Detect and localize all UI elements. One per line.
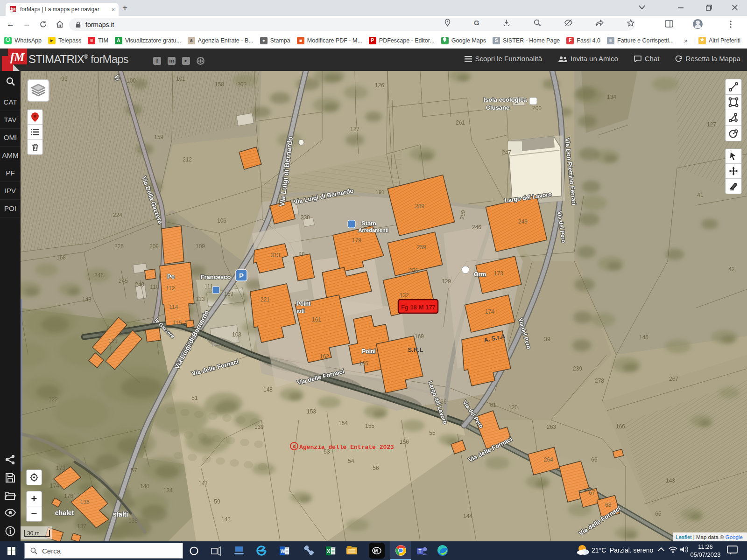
svg-text:153: 153 — [307, 408, 316, 415]
svg-text:330: 330 — [301, 214, 310, 221]
svg-text:42: 42 — [728, 266, 735, 273]
svg-text:155: 155 — [365, 423, 374, 429]
svg-text:139: 139 — [254, 424, 264, 430]
svg-text:132: 132 — [400, 292, 409, 299]
svg-text:41: 41 — [697, 192, 704, 198]
svg-text:59: 59 — [214, 498, 220, 505]
svg-text:109: 109 — [196, 243, 205, 250]
svg-text:202: 202 — [237, 81, 247, 88]
svg-text:Fg 18 M 177: Fg 18 M 177 — [401, 304, 436, 311]
svg-text:173: 173 — [494, 270, 503, 277]
svg-text:245: 245 — [119, 278, 128, 284]
svg-text:99: 99 — [61, 76, 68, 82]
svg-text:P: P — [239, 272, 244, 280]
svg-text:A: A — [292, 444, 296, 449]
svg-text:127: 127 — [707, 121, 716, 128]
svg-text:54: 54 — [348, 458, 354, 464]
svg-text:134: 134 — [607, 94, 616, 100]
svg-text:138: 138 — [128, 518, 138, 524]
svg-text:267: 267 — [669, 376, 678, 382]
svg-text:39: 39 — [544, 336, 550, 343]
svg-text:chalet: chalet — [55, 509, 74, 517]
svg-text:148: 148 — [263, 386, 273, 393]
svg-text:179: 179 — [352, 237, 361, 244]
svg-text:Arredamenti: Arredamenti — [359, 227, 389, 233]
svg-text:240: 240 — [135, 281, 144, 288]
svg-text:51: 51 — [191, 395, 198, 401]
svg-text:259: 259 — [417, 244, 426, 251]
svg-text:226: 226 — [114, 243, 124, 250]
svg-text:X: X — [327, 548, 331, 554]
svg-text:Agenzia delle Entrate 2023: Agenzia delle Entrate 2023 — [299, 444, 394, 451]
svg-text:159: 159 — [154, 134, 163, 140]
svg-text:Leaflet | Map data © Google: Leaflet | Map data © Google — [676, 534, 743, 540]
svg-text:174: 174 — [485, 308, 494, 315]
svg-text:148: 148 — [82, 296, 92, 303]
svg-text:65: 65 — [655, 511, 662, 517]
svg-text:100: 100 — [127, 77, 136, 84]
svg-text:140: 140 — [140, 483, 149, 490]
svg-text:161: 161 — [312, 316, 321, 323]
svg-text:106: 106 — [217, 217, 226, 224]
svg-text:313: 313 — [271, 252, 280, 259]
svg-text:224: 224 — [113, 212, 122, 218]
svg-text:110: 110 — [150, 284, 159, 290]
svg-text:263: 263 — [547, 424, 556, 430]
svg-text:159: 159 — [224, 291, 233, 297]
svg-text:154: 154 — [338, 420, 348, 427]
svg-text:191: 191 — [375, 189, 385, 196]
svg-text:166: 166 — [616, 423, 625, 430]
svg-text:289: 289 — [415, 203, 424, 210]
svg-text:137: 137 — [77, 523, 86, 530]
svg-text:129: 129 — [442, 278, 451, 285]
svg-text:Francesco: Francesco — [200, 273, 231, 280]
svg-text:66: 66 — [591, 456, 598, 463]
svg-text:169: 169 — [415, 333, 424, 340]
svg-text:247: 247 — [502, 149, 511, 156]
svg-text:67: 67 — [589, 490, 595, 496]
svg-text:246: 246 — [472, 224, 481, 231]
svg-text:T: T — [418, 549, 421, 554]
svg-text:sfalti: sfalti — [113, 511, 128, 518]
svg-text:Isola ecologica: Isola ecologica — [483, 96, 527, 103]
svg-text:141: 141 — [198, 480, 208, 487]
svg-text:Pe: Pe — [167, 273, 175, 280]
svg-text:134: 134 — [163, 487, 173, 494]
svg-text:111: 111 — [204, 283, 213, 290]
svg-text:261: 261 — [456, 119, 465, 126]
svg-text:209: 209 — [149, 243, 159, 250]
svg-text:57: 57 — [131, 467, 137, 474]
svg-text:246: 246 — [94, 272, 104, 279]
svg-text:162: 162 — [320, 353, 329, 360]
svg-text:55: 55 — [429, 430, 436, 436]
svg-text:Orm: Orm — [474, 271, 486, 278]
svg-text:112: 112 — [166, 285, 175, 292]
svg-text:168: 168 — [56, 254, 66, 261]
svg-text:56: 56 — [373, 465, 379, 471]
svg-text:101: 101 — [176, 76, 185, 82]
svg-text:256: 256 — [409, 267, 418, 274]
svg-text:239: 239 — [573, 365, 582, 372]
svg-text:Poini: Poini — [362, 348, 375, 355]
svg-text:S.R.L: S.R.L — [408, 346, 423, 353]
svg-text:115: 115 — [173, 320, 182, 326]
svg-text:264: 264 — [544, 456, 553, 463]
svg-text:249: 249 — [518, 218, 528, 225]
svg-text:Clusane: Clusane — [486, 104, 510, 111]
svg-text:158: 158 — [215, 81, 224, 88]
svg-text:61: 61 — [490, 402, 496, 408]
svg-text:103: 103 — [232, 331, 241, 338]
svg-text:143: 143 — [666, 477, 675, 484]
svg-text:113: 113 — [196, 296, 204, 302]
svg-text:144: 144 — [463, 513, 472, 519]
svg-text:114: 114 — [169, 304, 178, 310]
svg-text:173: 173 — [56, 465, 65, 471]
svg-text:arti: arti — [296, 308, 304, 314]
svg-text:122: 122 — [49, 396, 58, 403]
svg-text:127: 127 — [350, 126, 359, 133]
svg-text:120: 120 — [508, 404, 518, 411]
svg-text:88: 88 — [298, 251, 305, 258]
svg-text:30 m: 30 m — [27, 530, 40, 537]
svg-text:145: 145 — [639, 334, 648, 341]
svg-text:200: 200 — [532, 105, 542, 112]
